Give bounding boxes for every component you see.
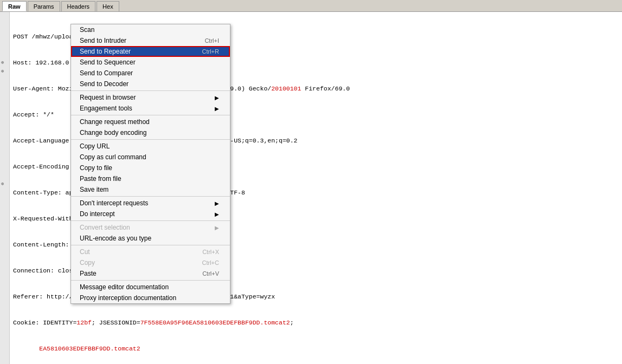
menu-item-dont-intercept-requests-label: Don't intercept requests	[80, 199, 148, 207]
tab-hex[interactable]: Hex	[97, 1, 119, 11]
menu-item-cut-shortcut: Ctrl+X	[202, 249, 219, 255]
menu-item-send-to-repeater[interactable]: Send to Repeater Ctrl+R	[71, 46, 230, 57]
menu-item-copy-label: Copy	[80, 259, 95, 266]
menu-item-send-to-sequencer-label: Send to Sequencer	[80, 58, 136, 66]
request-line-13: EA5810603EDEFBBF9DD.tomcat2	[13, 344, 619, 353]
menu-item-paste-from-file[interactable]: Paste from file	[71, 173, 230, 184]
menu-item-proxy-interception-docs[interactable]: Proxy interception documentation	[71, 292, 230, 303]
menu-item-do-intercept-label: Do intercept	[80, 210, 115, 218]
submenu-arrow-2: ▶	[215, 106, 219, 112]
menu-item-send-to-repeater-shortcut: Ctrl+R	[202, 48, 219, 55]
gutter-marker-3: ⊕	[1, 181, 4, 187]
menu-item-do-intercept[interactable]: Do intercept ▶	[71, 209, 230, 219]
menu-item-url-encode[interactable]: URL-encode as you type	[71, 233, 230, 244]
submenu-arrow-5: ▶	[215, 225, 219, 231]
menu-item-send-to-intruder[interactable]: Send to Intruder Ctrl+I	[71, 35, 230, 46]
menu-item-change-request-method-label: Change request method	[80, 118, 150, 126]
menu-separator-4	[71, 196, 230, 197]
menu-item-send-to-intruder-label: Send to Intruder	[80, 37, 126, 44]
menu-item-send-to-intruder-shortcut: Ctrl+I	[204, 37, 219, 44]
menu-item-send-to-decoder-label: Send to Decoder	[80, 80, 129, 88]
menu-item-send-to-sequencer[interactable]: Send to Sequencer	[71, 57, 230, 68]
menu-item-convert-selection: Convert selection ▶	[71, 222, 230, 233]
menu-item-change-body-encoding-label: Change body encoding	[80, 129, 146, 136]
menu-item-request-in-browser[interactable]: Request in browser ▶	[71, 92, 230, 103]
submenu-arrow-4: ▶	[215, 211, 219, 217]
menu-item-request-in-browser-label: Request in browser	[80, 94, 136, 101]
menu-item-copy-as-curl-label: Copy as curl command	[80, 153, 146, 161]
line-gutter: ⊕ ⊕ ⊕	[0, 12, 10, 364]
menu-item-paste[interactable]: Paste Ctrl+V	[71, 268, 230, 279]
menu-item-send-to-comparer-label: Send to Comparer	[80, 69, 133, 77]
menu-item-copy-to-file-label: Copy to file	[80, 164, 112, 172]
menu-separator-7	[71, 280, 230, 281]
menu-separator-3	[71, 139, 230, 140]
menu-item-send-to-repeater-label: Send to Repeater	[80, 48, 131, 55]
gutter-marker-2: ⊕	[1, 68, 4, 74]
menu-item-paste-shortcut: Ctrl+V	[202, 270, 219, 277]
content-area: ⊕ ⊕ ⊕ POST /mhwz/uploadSqFile.do HTTP/1.…	[0, 12, 622, 364]
menu-item-save-item-label: Save item	[80, 186, 108, 193]
menu-item-send-to-comparer[interactable]: Send to Comparer	[71, 68, 230, 79]
menu-item-cut-label: Cut	[80, 248, 90, 256]
tab-bar: Raw Params Headers Hex	[0, 0, 622, 12]
gutter-marker-1: ⊕	[1, 60, 4, 66]
menu-item-save-item[interactable]: Save item	[71, 184, 230, 195]
menu-item-copy-to-file[interactable]: Copy to file	[71, 162, 230, 173]
menu-item-copy-shortcut: Ctrl+C	[202, 259, 219, 266]
menu-item-copy-url-label: Copy URL	[80, 142, 110, 150]
menu-separator-5	[71, 220, 230, 221]
submenu-arrow-3: ▶	[215, 200, 219, 206]
menu-item-copy-as-curl[interactable]: Copy as curl command	[71, 152, 230, 162]
menu-item-paste-label: Paste	[80, 270, 97, 277]
menu-item-paste-from-file-label: Paste from file	[80, 175, 121, 183]
menu-item-convert-selection-label: Convert selection	[80, 224, 130, 231]
menu-item-send-to-decoder[interactable]: Send to Decoder	[71, 79, 230, 89]
menu-separator-1	[71, 90, 230, 91]
menu-item-url-encode-label: URL-encode as you type	[80, 235, 151, 242]
tab-headers[interactable]: Headers	[61, 1, 96, 11]
tab-raw[interactable]: Raw	[2, 1, 27, 11]
menu-item-dont-intercept-requests[interactable]: Don't intercept requests ▶	[71, 198, 230, 209]
menu-item-change-body-encoding[interactable]: Change body encoding	[71, 127, 230, 138]
menu-item-cut: Cut Ctrl+X	[71, 246, 230, 257]
tab-params[interactable]: Params	[28, 1, 60, 11]
menu-item-copy: Copy Ctrl+C	[71, 257, 230, 268]
menu-separator-6	[71, 245, 230, 245]
menu-item-message-editor-docs-label: Message editor documentation	[80, 283, 169, 291]
menu-item-proxy-interception-docs-label: Proxy interception documentation	[80, 294, 176, 302]
submenu-arrow-1: ▶	[215, 95, 219, 101]
menu-separator-2	[71, 115, 230, 115]
menu-item-message-editor-docs[interactable]: Message editor documentation	[71, 282, 230, 292]
menu-item-copy-url[interactable]: Copy URL	[71, 141, 230, 152]
context-menu: Scan Send to Intruder Ctrl+I Send to Rep…	[70, 24, 230, 304]
menu-item-engagement-tools-label: Engagement tools	[80, 105, 132, 112]
menu-item-change-request-method[interactable]: Change request method	[71, 116, 230, 127]
menu-item-engagement-tools[interactable]: Engagement tools ▶	[71, 103, 230, 114]
request-line-12: Cookie: IDENTITY=12bf; JSESSIONID=7F558E…	[13, 318, 619, 327]
menu-item-scan[interactable]: Scan	[71, 24, 230, 35]
menu-item-scan-label: Scan	[80, 26, 94, 34]
